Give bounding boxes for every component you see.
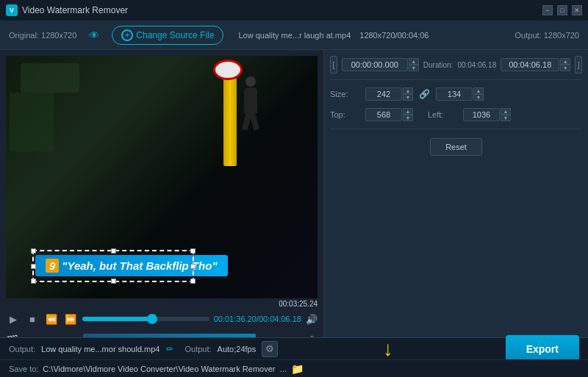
app-icon: V: [6, 4, 18, 16]
playback-controls: ▶ ■ ⏪ ⏩ 00:01:36.20/00:04:06.18 🔊: [0, 308, 323, 330]
duration-value: 00:04:06.18: [457, 61, 496, 69]
pole-visual: [223, 78, 237, 166]
start-time-spinner: ▲ ▼: [342, 58, 419, 71]
end-time-down[interactable]: ▼: [560, 65, 570, 71]
time-display: 00:01:36.20/00:04:06.18: [214, 315, 301, 323]
change-source-button[interactable]: + Change Source File: [112, 26, 223, 45]
minimize-button[interactable]: −: [542, 5, 553, 15]
titlebar-title: Video Watermark Remover: [22, 5, 128, 15]
left-arrows: ▲ ▼: [501, 108, 511, 121]
top-input[interactable]: [365, 108, 402, 121]
left-label: Left:: [428, 110, 457, 119]
original-resolution-label: Original: 1280x720: [9, 31, 76, 40]
output-file-name: Low quality me...mor should.mp4: [41, 345, 159, 353]
progress-bar[interactable]: [82, 317, 209, 321]
separator-1: [330, 79, 582, 80]
duration-label: Duration:: [423, 61, 453, 69]
stop-button[interactable]: ■: [25, 312, 40, 326]
height-arrows: ▲ ▼: [473, 87, 484, 101]
bottom-main-row: Output: Low quality me...mor should.mp4 …: [9, 335, 579, 363]
bracket-close-button[interactable]: ]: [575, 56, 582, 73]
video-scene: 9"Yeah, but That Backflip Tho": [6, 56, 318, 298]
start-time-down[interactable]: ▼: [409, 65, 419, 71]
change-source-label: Change Source File: [136, 30, 214, 40]
left-input[interactable]: [463, 108, 500, 121]
top-down[interactable]: ▼: [403, 115, 413, 121]
height-spinner: ▲ ▼: [436, 87, 484, 101]
end-time-arrows: ▲ ▼: [560, 58, 570, 71]
progress-time-label: 00:03:25.24: [0, 300, 323, 308]
output-resolution-label: Output: 1280x720: [515, 31, 579, 40]
link-proportions-icon[interactable]: 🔗: [419, 89, 430, 99]
person-body: [244, 87, 257, 113]
output-format-value: Auto;24fps: [218, 345, 257, 353]
height-input[interactable]: [436, 87, 473, 101]
size-label: Size:: [330, 90, 359, 98]
add-icon: +: [121, 29, 133, 41]
start-time-arrows: ▲ ▼: [409, 58, 419, 71]
watermark-text-banner: 9"Yeah, but That Backflip Tho": [35, 255, 228, 276]
restore-button[interactable]: □: [557, 5, 567, 15]
bottom-bar: Output: Low quality me...mor should.mp4 …: [0, 337, 588, 377]
height-up[interactable]: ▲: [473, 87, 484, 94]
width-down[interactable]: ▼: [403, 94, 413, 101]
file-resolution-duration: 1280x720/00:04:06: [359, 31, 429, 40]
bg-shape-2: [10, 93, 54, 151]
person-leg2: [249, 111, 259, 130]
more-options-button[interactable]: ...: [279, 364, 287, 374]
title-bar: V Video Watermark Remover − □ ✕: [0, 0, 588, 21]
end-time-input[interactable]: [501, 58, 559, 71]
watermark-badge: 9: [46, 259, 59, 273]
top-label: Top:: [330, 110, 359, 119]
watermark-text: "Yeah, but That Backflip Tho": [62, 259, 217, 272]
video-container: 9"Yeah, but That Backflip Tho": [6, 56, 318, 298]
bracket-open-button[interactable]: [: [330, 56, 337, 73]
main-content: 9"Yeah, but That Backflip Tho": [0, 50, 588, 377]
top-up[interactable]: ▲: [403, 108, 413, 115]
save-path-row: Save to: C:\Vidmore\Vidmore Video Conver…: [0, 359, 588, 377]
person-silhouette: [237, 76, 270, 128]
time-range-row: [ ▲ ▼ Duration: 00:04:06.18 ▲ ▼ ]: [330, 56, 582, 73]
size-row: Size: ▲ ▼ 🔗 ▲ ▼: [330, 86, 582, 102]
frame-forward-button[interactable]: ⏩: [63, 312, 78, 326]
width-arrows: ▲ ▼: [403, 87, 413, 101]
save-to-label: Save to:: [9, 365, 38, 373]
reset-button[interactable]: Reset: [430, 138, 482, 156]
file-info: Low quality me...r laugh at.mp4 1280x720…: [238, 31, 429, 40]
width-input[interactable]: [365, 87, 402, 101]
height-down[interactable]: ▼: [473, 94, 484, 101]
width-up[interactable]: ▲: [403, 87, 413, 94]
person-head: [245, 76, 256, 87]
close-button[interactable]: ✕: [572, 5, 582, 15]
top-arrows: ▲ ▼: [403, 108, 413, 121]
right-panel: [ ▲ ▼ Duration: 00:04:06.18 ▲ ▼ ]: [323, 50, 588, 377]
save-path-value: C:\Vidmore\Vidmore Video Converter\Video…: [43, 365, 275, 373]
titlebar-controls[interactable]: − □ ✕: [542, 5, 582, 15]
frame-back-button[interactable]: ⏪: [44, 312, 59, 326]
start-time-input[interactable]: [342, 58, 408, 71]
end-time-spinner: ▲ ▼: [501, 58, 570, 71]
separator-2: [330, 129, 582, 129]
play-button[interactable]: ▶: [6, 312, 21, 326]
volume-icon[interactable]: 🔊: [306, 314, 318, 325]
left-up[interactable]: ▲: [501, 108, 511, 115]
bg-shape-1: [21, 63, 79, 93]
settings-button[interactable]: ⚙: [262, 341, 278, 357]
end-time-up[interactable]: ▲: [560, 58, 570, 65]
output-format-label: Output:: [185, 345, 212, 353]
titlebar-left: V Video Watermark Remover: [6, 4, 128, 16]
progress-thumb[interactable]: [147, 314, 157, 324]
file-name: Low quality me...r laugh at.mp4: [238, 31, 351, 40]
top-spinner: ▲ ▼: [365, 108, 413, 121]
top-row: Top: ▲ ▼ Left: ▲ ▼: [330, 107, 582, 123]
export-button[interactable]: Export: [506, 335, 579, 363]
video-background: 9"Yeah, but That Backflip Tho": [6, 56, 318, 298]
left-down[interactable]: ▼: [501, 115, 511, 121]
edit-filename-icon[interactable]: ✏: [166, 344, 173, 354]
toolbar: Original: 1280x720 👁 + Change Source Fil…: [0, 21, 588, 50]
output-file-label: Output:: [9, 345, 35, 353]
eye-button[interactable]: 👁: [85, 26, 103, 44]
width-spinner: ▲ ▼: [365, 87, 413, 101]
open-folder-button[interactable]: 📁: [291, 363, 304, 375]
start-time-up[interactable]: ▲: [409, 58, 419, 65]
